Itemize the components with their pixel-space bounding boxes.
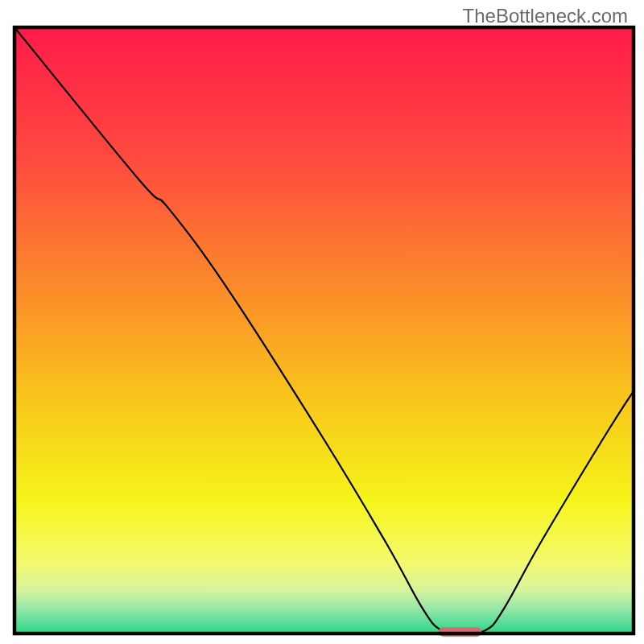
- chart-svg: [0, 0, 644, 644]
- watermark-text: TheBottleneck.com: [463, 5, 628, 27]
- bottleneck-chart: TheBottleneck.com: [0, 0, 644, 644]
